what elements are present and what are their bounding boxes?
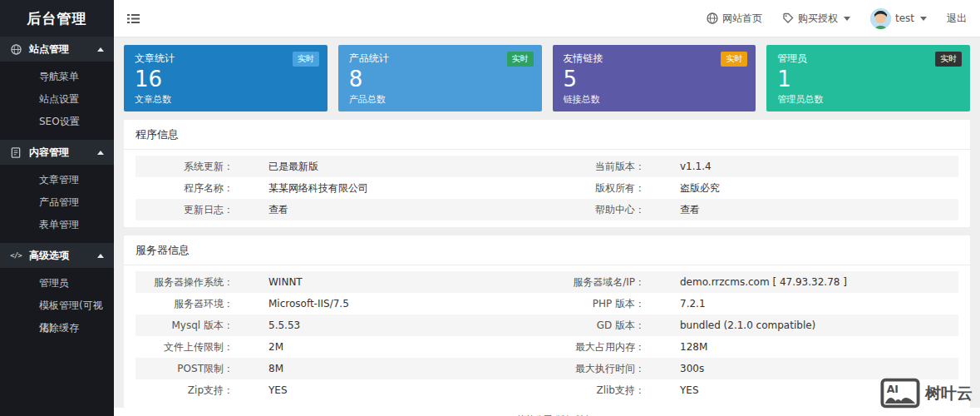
stat-card-products: 产品统计 实时 8 产品总数 [338,45,542,111]
info-row: 服务器操作系统：WINNT 服务器域名/IP：demo.rrzcms.com [… [135,271,958,293]
sidebar-item-admins[interactable]: 管理员 [0,272,114,295]
sidebar-item-clear-cache[interactable]: 清除缓存 [0,317,114,339]
sidebar-item-products[interactable]: 产品管理 [0,191,114,214]
sidebar-item-forms[interactable]: 表单管理 [0,214,114,236]
card-label: 链接总数 [564,93,746,106]
info-label: 帮助中心： [547,203,645,217]
program-info-panel: 程序信息 系统更新：已是最新版 当前版本：v1.1.4 程序名称：某某网络科技有… [124,120,970,227]
info-label: POST限制： [135,362,234,376]
info-value: 2M [268,341,283,353]
info-label: 最大占用内存： [547,340,645,354]
info-value: 128M [680,341,707,353]
info-label: 程序名称： [135,181,234,196]
info-value: YES [680,384,699,396]
info-label: Zlib支持： [547,384,645,398]
info-value: YES [268,384,288,396]
info-value: v1.1.4 [680,161,712,172]
sidebar-group-content[interactable]: 内容管理 [0,140,114,165]
sidebar-item-articles[interactable]: 文章管理 [0,169,114,191]
card-title: 管理员 [777,52,959,66]
sidebar: 后台管理 站点管理 导航菜单 站点设置 SEO设置 内容管理 文章管理 产品管理… [0,0,114,416]
caret-up-icon [97,254,104,258]
card-value: 16 [135,67,317,92]
topbar: 网站首页 购买授权 test 退出 [114,0,980,37]
info-label: 当前版本： [547,160,645,174]
panel-title: 服务器信息 [124,235,970,265]
info-label: 服务器环境： [135,297,234,311]
chevron-down-icon [920,17,927,21]
stat-card-articles: 文章统计 实时 16 文章总数 [124,45,327,111]
card-value: 1 [777,67,959,92]
sidebar-item-templates[interactable]: 模板管理(可视化) [0,295,114,317]
sidebar-toggle-icon[interactable] [127,13,140,24]
info-row: Mysql 版本：5.5.53 GD 版本：bundled (2.1.0 com… [135,314,958,336]
stat-card-links: 友情链接 实时 5 链接总数 [553,45,756,111]
sidebar-group-label: 高级选项 [29,249,97,263]
card-value: 5 [564,67,746,92]
info-row: POST限制：8M 最大执行时间：300s [135,358,958,379]
card-label: 产品总数 [349,93,531,106]
sidebar-group-site[interactable]: 站点管理 [0,37,114,62]
info-label: 系统更新： [135,160,234,174]
realtime-badge: 实时 [293,52,319,67]
sidebar-item-site-settings[interactable]: 站点设置 [0,88,114,111]
document-icon [10,146,22,158]
card-title: 产品统计 [349,52,531,66]
info-label: 版权所有： [547,181,645,196]
user-menu[interactable]: test [870,8,927,29]
sidebar-item-nav-menu[interactable]: 导航菜单 [0,66,114,88]
buy-license-label: 购买授权 [798,12,838,26]
sidebar-submenu-site: 导航菜单 站点设置 SEO设置 [0,62,114,140]
info-label: 服务器操作系统： [135,275,234,290]
info-row: 程序名称：某某网络科技有限公司 版权所有：盗版必究 [135,177,958,199]
info-value: 5.5.53 [268,319,300,331]
sidebar-submenu-advanced: 管理员 模板管理(可视化) 清除缓存 [0,268,114,346]
caret-up-icon [97,151,104,155]
server-info-panel: 服务器信息 服务器操作系统：WINNT 服务器域名/IP：demo.rrzcms… [124,235,970,408]
help-center-view-link[interactable]: 查看 [680,203,700,217]
watermark: AI 树叶云 [880,378,973,409]
info-label: 文件上传限制： [135,340,234,354]
info-value: 某某网络科技有限公司 [268,181,368,196]
main-area: 网站首页 购买授权 test 退出 文章统计 实时 16 [114,0,980,416]
card-value: 8 [349,67,531,92]
watermark-label: 树叶云 [925,383,973,404]
info-value: 盗版必究 [680,181,720,196]
info-value: Microsoft-IIS/7.5 [268,298,349,310]
stat-card-admins: 管理员 实时 1 管理员总数 [766,45,970,111]
changelog-view-link[interactable]: 查看 [268,203,288,217]
chevron-down-icon [844,17,850,21]
info-label: PHP 版本： [547,297,645,311]
globe-icon [10,43,22,55]
image-placeholder-icon: AI [880,378,920,409]
logout-button[interactable]: 退出 [947,12,967,26]
info-value: 8M [268,363,283,374]
card-title: 文章统计 [135,52,317,66]
panel-title: 程序信息 [124,120,970,150]
caret-up-icon [97,47,104,52]
info-row: 更新日志：查看 帮助中心：查看 [135,199,958,220]
info-row: Zip支持：YES Zlib支持：YES [135,379,958,401]
info-label: Zip支持： [135,384,234,398]
buy-license-menu[interactable]: 购买授权 [782,12,850,26]
site-home-link[interactable]: 网站首页 [707,12,762,26]
username-label: test [895,12,914,24]
app-title: 后台管理 [0,0,114,37]
globe-icon [707,12,718,24]
avatar [870,8,891,29]
info-value: 300s [680,363,704,374]
footer: Copyright © 2012-2018 某某公司 版权所有 Powered … [114,408,980,416]
sidebar-submenu-content: 文章管理 产品管理 表单管理 [0,165,114,243]
info-value: bundled (2.1.0 compatible) [680,319,815,331]
info-row: 系统更新：已是最新版 当前版本：v1.1.4 [135,156,958,177]
realtime-badge: 实时 [935,52,962,67]
stat-cards: 文章统计 实时 16 文章总数 产品统计 实时 8 产品总数 友情链接 实时 5… [124,45,970,111]
info-value: 7.2.1 [680,298,706,310]
card-label: 文章总数 [135,93,317,106]
svg-text:AI: AI [887,383,899,395]
site-home-label: 网站首页 [722,12,762,26]
sidebar-item-seo-settings[interactable]: SEO设置 [0,111,114,133]
sidebar-group-advanced[interactable]: </> 高级选项 [0,243,114,268]
tag-icon [782,12,794,24]
info-value: 已是最新版 [268,160,318,174]
